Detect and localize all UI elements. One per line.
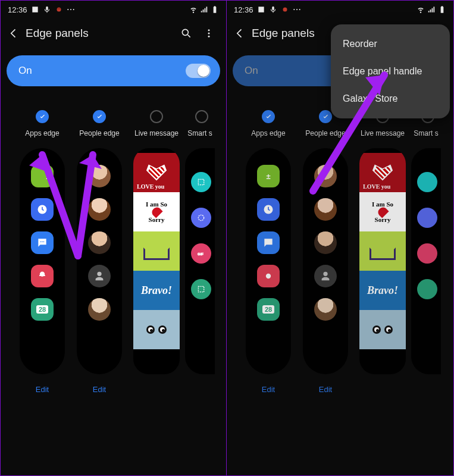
gallery-icon: [31, 265, 54, 287]
master-toggle-switch[interactable]: [186, 64, 211, 78]
edit-link[interactable]: Edit: [36, 385, 49, 394]
svg-point-2: [59, 8, 60, 9]
panel-check[interactable]: [262, 110, 275, 123]
live-card-sorry: I am SoSorry: [133, 192, 180, 231]
battery-icon: [211, 5, 219, 14]
smart-oval-icon: [191, 208, 211, 228]
svg-point-17: [283, 8, 287, 12]
clock-icon: [257, 198, 280, 221]
svg-point-4: [208, 29, 210, 31]
svg-point-19: [266, 274, 271, 278]
contact-avatar: [88, 165, 111, 187]
status-bar: 12:36 ⋯: [227, 1, 453, 18]
overflow-button[interactable]: [198, 22, 220, 45]
edit-link[interactable]: Edit: [319, 385, 332, 394]
bug-icon: [55, 5, 63, 14]
panel-apps-edge[interactable]: Apps edge ± 28 Edit: [240, 110, 297, 394]
master-toggle-label: On: [245, 65, 258, 77]
screenshot-right: 12:36 ⋯ Edge panels On: [227, 0, 454, 476]
panels-scroll[interactable]: Apps edge ± 28 Edit People edge: [1, 110, 226, 443]
clock: 12:36: [8, 5, 27, 14]
panel-live-message[interactable]: Live message LOVE you I am SoSorry Bravo…: [354, 110, 411, 394]
svg-point-8: [40, 242, 42, 243]
panels-scroll[interactable]: Apps edge ± 28 Edit People edge: [227, 110, 453, 443]
panel-check[interactable]: [36, 110, 49, 123]
contact-avatar: [88, 298, 111, 321]
smart-gif-icon: GIF: [191, 243, 211, 264]
contact-avatar: [314, 265, 337, 287]
header: Edge panels: [1, 18, 226, 48]
wifi-icon: [189, 5, 198, 14]
svg-point-10: [43, 242, 45, 243]
more-notifications-icon: ⋯: [67, 5, 76, 14]
menu-reorder[interactable]: Reorder: [331, 30, 450, 58]
contact-avatar: [88, 231, 111, 254]
panel-label: Live message: [361, 129, 405, 137]
panel-smart-select[interactable]: Smart s: [411, 110, 441, 394]
gallery-icon: [257, 265, 280, 287]
search-button[interactable]: [175, 22, 198, 45]
contact-avatar: [88, 198, 111, 221]
panel-label: Live message: [134, 129, 179, 137]
wifi-icon: [417, 5, 425, 14]
svg-point-5: [208, 33, 210, 35]
svg-point-1: [58, 8, 58, 9]
panel-live-message[interactable]: Live message LOVE you I am SoSorry Bravo…: [128, 110, 185, 394]
panel-check[interactable]: [93, 110, 106, 123]
mic-icon: [43, 5, 51, 14]
menu-edge-panel-handle[interactable]: Edge panel handle: [331, 58, 450, 85]
messages-icon: [257, 231, 280, 254]
edit-link[interactable]: Edit: [262, 385, 275, 394]
live-card-crown: [133, 231, 180, 271]
svg-point-0: [57, 8, 61, 12]
menu-galaxy-store[interactable]: Galaxy Store: [331, 85, 450, 112]
panel-people-edge[interactable]: People edge Edit: [71, 110, 128, 394]
signal-icon: [427, 5, 436, 14]
calendar-icon: 28: [31, 298, 54, 321]
svg-text:GIF: GIF: [198, 252, 203, 256]
master-toggle-label: On: [18, 65, 32, 77]
battery-icon: [438, 5, 446, 14]
panel-preview: ± 28: [246, 148, 291, 374]
panel-check[interactable]: [319, 110, 332, 123]
back-button[interactable]: [233, 26, 247, 40]
svg-rect-14: [198, 286, 203, 292]
panel-label: Apps edge: [251, 129, 285, 137]
overflow-menu: Reorder Edge panel handle Galaxy Store: [331, 24, 450, 118]
panel-label: Apps edge: [25, 129, 59, 137]
bug-icon: [281, 5, 289, 14]
smart-pin-icon: [417, 279, 437, 299]
svg-point-12: [198, 215, 203, 220]
svg-point-6: [208, 36, 210, 37]
edit-link[interactable]: Edit: [93, 385, 106, 394]
panel-apps-edge[interactable]: Apps edge ± 28 Edit: [14, 110, 71, 394]
contact-avatar: [88, 265, 111, 287]
panel-preview: [303, 148, 348, 374]
panel-preview: [77, 148, 122, 374]
panel-smart-select[interactable]: Smart s GIF: [185, 110, 215, 394]
live-card-sorry: I am SoSorry: [359, 192, 406, 231]
svg-rect-11: [198, 179, 203, 184]
back-button[interactable]: [7, 26, 21, 40]
live-card-bravo: Bravo!: [359, 271, 406, 310]
panel-preview: GIF: [185, 148, 215, 374]
live-card-crown: [359, 231, 406, 271]
calculator-icon: ±: [31, 165, 54, 187]
panel-label: People edge: [79, 129, 119, 137]
live-card-eyes: [359, 310, 406, 349]
panel-label: Smart s: [187, 129, 212, 137]
master-toggle-row[interactable]: On: [7, 55, 220, 86]
contact-avatar: [314, 165, 337, 187]
panel-preview: ± 28: [20, 148, 65, 374]
smart-rect-icon: [417, 172, 437, 192]
smart-pin-icon: [191, 279, 211, 299]
panel-check[interactable]: [150, 110, 163, 123]
panel-check[interactable]: [195, 110, 208, 123]
image-icon: [257, 5, 265, 14]
calendar-icon: 28: [257, 298, 280, 321]
panel-people-edge[interactable]: People edge Edit: [297, 110, 354, 394]
live-card-love: LOVE you: [359, 153, 406, 192]
page-title: Edge panels: [21, 27, 175, 40]
live-card-bravo: Bravo!: [133, 271, 180, 310]
smart-oval-icon: [417, 208, 437, 228]
